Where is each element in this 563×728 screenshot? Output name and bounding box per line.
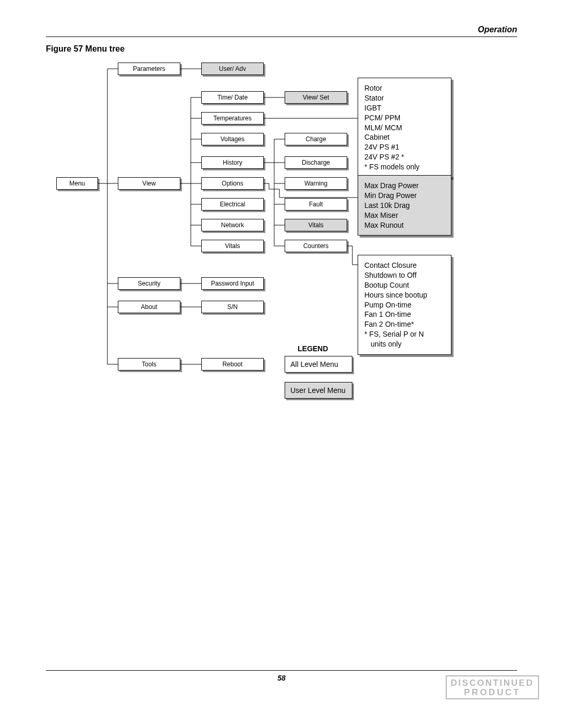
header-rule <box>46 36 517 37</box>
node-vitals-hist: Vitals <box>285 219 347 231</box>
legend-user-level: User Level Menu <box>285 382 352 399</box>
node-reboot: Reboot <box>201 358 264 371</box>
node-temperatures: Temperatures <box>201 112 264 125</box>
menu-tree-diagram: Menu Parameters View Security About Tool… <box>46 58 517 443</box>
stamp-line-1: DISCONTINUED <box>451 678 534 688</box>
node-history: History <box>201 156 264 169</box>
panel-counters: Contact ClosureShutdown to OffBootup Cou… <box>358 255 451 355</box>
legend-all-level: All Level Menu <box>285 356 352 373</box>
discontinued-stamp: DISCONTINUED PRODUCT <box>446 675 539 699</box>
section-header: Operation <box>46 25 517 34</box>
node-sn: S/N <box>201 301 264 313</box>
panel-options: Max Drag PowerMin Drag PowerLast 10k Dra… <box>358 175 451 236</box>
node-password-input: Password Input <box>201 277 264 290</box>
node-vitals-view: Vitals <box>201 240 264 252</box>
node-parameters: Parameters <box>118 63 180 75</box>
node-warning: Warning <box>285 177 347 190</box>
node-time-date: Time/ Date <box>201 91 264 104</box>
node-view-set: View/ Set <box>285 91 347 104</box>
node-electrical: Electrical <box>201 198 264 211</box>
node-options: Options <box>201 177 264 190</box>
node-tools: Tools <box>118 358 180 371</box>
footer-rule <box>46 670 517 671</box>
panel-temperatures: RotorStatorIGBTPCM/ PPMMLM/ MCMCabinet24… <box>358 78 451 178</box>
node-about: About <box>118 301 180 313</box>
node-menu: Menu <box>56 177 98 190</box>
node-user-adv: User/ Adv <box>201 63 264 75</box>
node-charge: Charge <box>285 133 347 145</box>
figure-title: Figure 57 Menu tree <box>46 44 517 54</box>
node-view: View <box>118 177 180 190</box>
node-counters: Counters <box>285 240 347 252</box>
legend-title: LEGEND <box>298 344 328 353</box>
node-security: Security <box>118 277 180 290</box>
node-discharge: Discharge <box>285 156 347 169</box>
node-network: Network <box>201 219 264 231</box>
node-fault: Fault <box>285 198 347 211</box>
stamp-line-2: PRODUCT <box>451 688 534 697</box>
node-voltages: Voltages <box>201 133 264 145</box>
